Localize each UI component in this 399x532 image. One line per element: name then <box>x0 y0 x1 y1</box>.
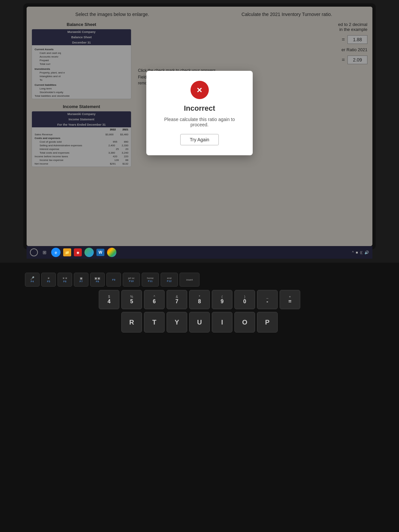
laptop-screen: Select the images below to enlarge. Calc… <box>27 7 372 246</box>
taskbar-icon-2[interactable]: ⊞ <box>41 248 49 256</box>
taskbar-icon-w[interactable]: W <box>96 249 104 256</box>
key-o[interactable]: O <box>234 312 255 332</box>
taskbar: ⊞ e 📁 ◉ W ^ ■ (( 🔊 <box>27 246 372 259</box>
taskbar-chevron: ^ <box>352 250 354 254</box>
modal-box: × Incorrect Please calculate this ratio … <box>146 71 253 155</box>
taskbar-wifi: (( <box>360 250 362 254</box>
try-again-button[interactable]: Try Again <box>180 134 219 145</box>
key-6[interactable]: ^ 6 <box>144 290 165 309</box>
modal-overlay[interactable]: × Incorrect Please calculate this ratio … <box>27 7 372 246</box>
mic-icon: 🎤 <box>30 276 34 280</box>
number-row: $ 4 % 5 ^ 6 & 7 * 8 ( 9 ) 0 _ - <box>25 290 374 309</box>
letter-row: R T Y U I O P <box>25 312 374 332</box>
taskbar-icon-5[interactable]: ◉ <box>74 248 82 256</box>
screen-content: Select the images below to enlarge. Calc… <box>27 7 372 246</box>
key-f6[interactable]: ☀☀ F6 <box>58 273 72 287</box>
key-5[interactable]: % 5 <box>121 290 142 309</box>
key-f12[interactable]: end F12 <box>161 273 178 287</box>
key-9[interactable]: ( 9 <box>212 290 232 309</box>
key-f5[interactable]: ☀ F5 <box>41 273 56 287</box>
key-i[interactable]: I <box>212 312 232 332</box>
keyboard-area: 🎤 F4 ☀ F5 ☀☀ F6 ▣ F7 ▣▣ F8 F9 prt sc F10… <box>0 263 399 532</box>
key-equals[interactable]: + = <box>280 290 300 309</box>
start-icon[interactable] <box>30 248 38 256</box>
key-p[interactable]: P <box>257 312 278 332</box>
key-u[interactable]: U <box>189 312 210 332</box>
key-7[interactable]: & 7 <box>167 290 187 309</box>
fn-row: 🎤 F4 ☀ F5 ☀☀ F6 ▣ F7 ▣▣ F8 F9 prt sc F10… <box>25 273 374 287</box>
error-icon: × <box>191 81 209 99</box>
key-minus[interactable]: _ - <box>257 290 278 309</box>
taskbar-icon-3[interactable]: e <box>51 248 61 257</box>
key-f10[interactable]: prt sc F10 <box>123 273 140 287</box>
key-f11[interactable]: home F11 <box>142 273 159 287</box>
taskbar-icon-6[interactable] <box>84 248 94 257</box>
key-f7[interactable]: ▣ F7 <box>74 273 88 287</box>
modal-title: Incorrect <box>160 104 239 113</box>
taskbar-right: ^ ■ (( 🔊 <box>352 250 369 255</box>
key-4[interactable]: $ 4 <box>99 290 119 309</box>
key-t[interactable]: T <box>144 312 165 332</box>
taskbar-icon-4[interactable]: 📁 <box>63 248 71 256</box>
key-r[interactable]: R <box>121 312 142 332</box>
key-f4[interactable]: 🎤 F4 <box>25 273 40 287</box>
key-insert[interactable]: insert <box>180 273 200 287</box>
taskbar-square: ■ <box>356 250 358 254</box>
key-f9[interactable]: F9 <box>106 273 121 287</box>
key-f8[interactable]: ▣▣ F8 <box>90 273 105 287</box>
key-y[interactable]: Y <box>167 312 187 332</box>
taskbar-volume: 🔊 <box>364 250 369 255</box>
modal-message: Please calculate this ratio again to pro… <box>160 117 239 127</box>
taskbar-icon-chrome[interactable] <box>107 248 116 257</box>
key-0[interactable]: ) 0 <box>234 290 255 309</box>
key-8[interactable]: * 8 <box>189 290 210 309</box>
